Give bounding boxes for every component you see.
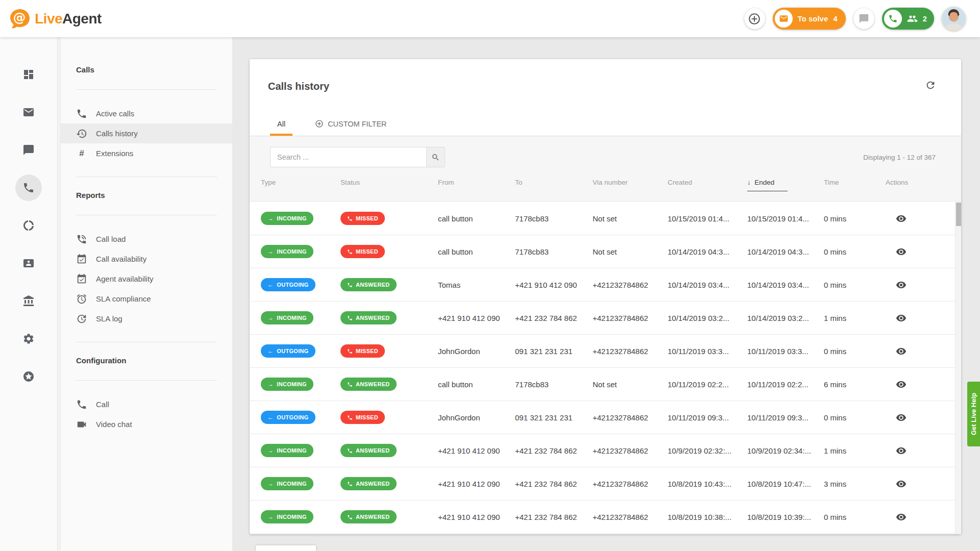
scrollbar-thumb[interactable] xyxy=(956,203,961,226)
get-live-help-tab[interactable]: Get Live Help xyxy=(967,382,980,446)
sidebar-item-extensions[interactable]: #Extensions xyxy=(61,143,232,163)
to-solve-button[interactable]: To solve 4 xyxy=(773,8,846,30)
column-header-status[interactable]: Status xyxy=(340,179,438,186)
table-row[interactable]: →INCOMING ANSWERED +421 910 412 090 +421… xyxy=(250,302,955,335)
sidebar-item-calls-history[interactable]: Calls history xyxy=(61,123,232,143)
view-call-button[interactable] xyxy=(894,444,908,457)
rail-item-company[interactable] xyxy=(15,288,42,314)
table-row[interactable]: →INCOMING ANSWERED +421 910 412 090 +421… xyxy=(250,434,955,467)
rail-item-mail[interactable] xyxy=(15,99,42,126)
cell-actions xyxy=(886,378,955,391)
cell-created: 10/14/2019 03:2... xyxy=(668,314,747,322)
nav-section-title: Configuration xyxy=(61,356,232,366)
sidebar-item-call-availability[interactable]: Call availability xyxy=(61,249,232,269)
view-call-button[interactable] xyxy=(894,278,908,291)
incoming-badge: →INCOMING xyxy=(261,510,313,523)
rail-item-phone[interactable] xyxy=(15,174,42,201)
icon-rail xyxy=(0,37,57,551)
view-call-button[interactable] xyxy=(894,378,908,391)
cell-from: +421 910 412 090 xyxy=(438,480,515,488)
chats-button[interactable] xyxy=(853,8,874,29)
avatar-image xyxy=(942,7,966,31)
cell-actions xyxy=(886,510,955,523)
tab-all[interactable]: All xyxy=(270,120,292,136)
view-call-button[interactable] xyxy=(894,510,908,523)
sidebar-item-sla-compliance[interactable]: SLA compliance xyxy=(61,289,232,309)
rail-item-dashboard[interactable] xyxy=(15,61,42,88)
view-call-button[interactable] xyxy=(894,212,908,225)
view-call-button[interactable] xyxy=(894,245,908,258)
mail-icon xyxy=(22,106,35,118)
cell-ended: 10/11/2019 03:3... xyxy=(747,347,824,356)
rail-item-chat[interactable] xyxy=(15,137,42,163)
cell-from: call button xyxy=(438,214,515,223)
rail-item-reports-donut[interactable] xyxy=(15,212,42,239)
cell-status: ANSWERED xyxy=(340,378,438,391)
eye-icon xyxy=(896,445,906,456)
sidebar-item-agent-availability[interactable]: Agent availability xyxy=(61,269,232,289)
eye-icon xyxy=(896,512,906,522)
agents-online-button[interactable]: 2 xyxy=(882,8,934,30)
sidebar-item-active-calls[interactable]: Active calls xyxy=(61,104,232,123)
side-navigation: Calls Active calls Calls history #Extens… xyxy=(61,37,232,551)
answered-badge: ANSWERED xyxy=(340,510,397,523)
search-input[interactable] xyxy=(270,147,426,167)
table-row[interactable]: →INCOMING MISSED call button 7178cb83 No… xyxy=(250,202,955,235)
tab-custom-filter[interactable]: CUSTOM FILTER xyxy=(308,119,394,136)
cell-time: 0 mins xyxy=(824,513,886,521)
table-row[interactable]: →INCOMING ANSWERED +421 910 412 090 +421… xyxy=(250,467,955,500)
incoming-badge: →INCOMING xyxy=(261,212,313,225)
get-live-help-label: Get Live Help xyxy=(970,393,977,435)
sidebar-item-call[interactable]: Call xyxy=(61,394,232,414)
cell-actions xyxy=(886,444,955,457)
column-header-via-number[interactable]: Via number xyxy=(593,179,668,186)
user-avatar[interactable] xyxy=(942,7,966,31)
nav-divider xyxy=(76,380,217,381)
calls-history-card: Calls history All CUSTOM FILTER xyxy=(250,59,961,534)
table-row[interactable]: →INCOMING ANSWERED call button 7178cb83 … xyxy=(250,368,955,401)
sidebar-item-sla-log[interactable]: SLA log xyxy=(61,309,232,329)
refresh-button[interactable] xyxy=(923,78,938,93)
add-new-button[interactable] xyxy=(744,8,765,29)
view-call-button[interactable] xyxy=(894,477,908,490)
table-scrollbar[interactable] xyxy=(955,202,961,534)
cell-actions xyxy=(886,411,955,424)
rail-item-settings[interactable] xyxy=(15,325,42,352)
table-row[interactable]: →INCOMING ANSWERED +421 910 412 090 +421… xyxy=(250,500,955,534)
cell-time: 0 mins xyxy=(824,413,886,422)
sidebar-item-label: Video chat xyxy=(96,420,132,429)
answered-badge: ANSWERED xyxy=(340,278,397,291)
direction-arrow-icon: ← xyxy=(267,348,274,354)
column-header-created[interactable]: Created xyxy=(668,179,747,186)
view-call-button[interactable] xyxy=(894,311,908,324)
sidebar-item-label: Call xyxy=(96,400,109,409)
rail-item-star-circle[interactable] xyxy=(15,363,42,390)
cell-created: 10/8/2019 10:38:... xyxy=(668,513,747,521)
cell-created: 10/14/2019 03:4... xyxy=(668,281,747,289)
eye-icon xyxy=(896,412,906,423)
column-header-to[interactable]: To xyxy=(515,179,593,186)
hash-icon: # xyxy=(76,148,87,159)
view-call-button[interactable] xyxy=(894,411,908,424)
view-call-button[interactable] xyxy=(894,344,908,358)
cell-via-number: Not set xyxy=(593,214,668,223)
rail-item-contact-card[interactable] xyxy=(15,250,42,277)
sidebar-item-video-chat[interactable]: Video chat xyxy=(61,414,232,434)
table-row[interactable]: ←OUTGOING ANSWERED Tomas +421 910 412 09… xyxy=(250,268,955,302)
cell-via-number: +421232784862 xyxy=(593,446,668,455)
column-header-from[interactable]: From xyxy=(438,179,515,186)
svg-text:@: @ xyxy=(13,10,26,25)
cell-via-number: +421232784862 xyxy=(593,413,668,422)
column-header-ended[interactable]: ↓ Ended xyxy=(747,179,824,186)
column-header-type[interactable]: Type xyxy=(261,179,340,186)
table-body: →INCOMING MISSED call button 7178cb83 No… xyxy=(250,202,955,534)
table-row[interactable]: →INCOMING MISSED call button 7178cb83 No… xyxy=(250,235,955,268)
table-row[interactable]: ←OUTGOING MISSED JohnGordon 091 321 231 … xyxy=(250,335,955,368)
table-row[interactable]: ←OUTGOING MISSED JohnGordon 091 321 231 … xyxy=(250,401,955,434)
search-button[interactable] xyxy=(426,147,445,167)
sidebar-item-call-load[interactable]: Call load xyxy=(61,229,232,249)
eye-icon xyxy=(896,213,906,224)
tabs: All CUSTOM FILTER xyxy=(270,119,394,136)
column-header-time[interactable]: Time xyxy=(824,179,886,186)
column-header-actions[interactable]: Actions xyxy=(886,179,961,186)
